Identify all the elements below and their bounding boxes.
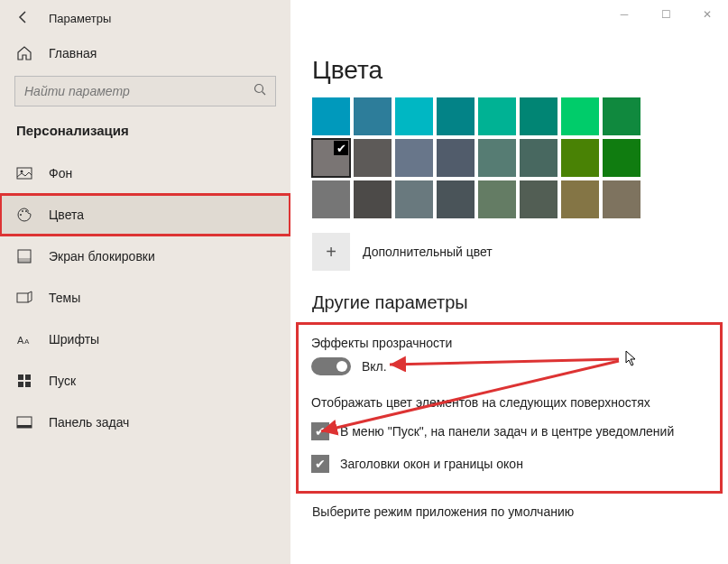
custom-color-label: Дополнительный цвет bbox=[363, 245, 493, 259]
close-button[interactable]: ✕ bbox=[687, 0, 728, 29]
svg-point-6 bbox=[25, 210, 27, 212]
color-swatch[interactable] bbox=[354, 139, 392, 177]
color-swatch[interactable] bbox=[561, 180, 599, 218]
svg-rect-17 bbox=[17, 425, 32, 428]
svg-rect-9 bbox=[17, 293, 28, 302]
search-icon bbox=[253, 83, 266, 99]
svg-rect-8 bbox=[18, 258, 31, 263]
svg-point-4 bbox=[20, 214, 22, 216]
svg-text:A: A bbox=[24, 337, 30, 346]
color-swatch[interactable] bbox=[478, 139, 516, 177]
home-icon bbox=[16, 45, 32, 61]
color-swatch[interactable] bbox=[312, 97, 350, 135]
color-swatch[interactable] bbox=[395, 139, 433, 177]
nav-home[interactable]: Главная bbox=[0, 36, 290, 70]
accent-surfaces-label: Отображать цвет элементов на следующих п… bbox=[311, 392, 720, 415]
color-swatch[interactable] bbox=[603, 139, 640, 177]
checkbox-start-taskbar-label: В меню "Пуск", на панели задач и в центр… bbox=[340, 424, 674, 439]
color-swatch[interactable] bbox=[437, 97, 475, 135]
sidebar-item-label: Фон bbox=[49, 166, 72, 180]
transparency-label: Эффекты прозрачности bbox=[311, 332, 720, 356]
sidebar-item-label: Экран блокировки bbox=[49, 249, 155, 264]
sidebar-item-taskbar[interactable]: Панель задач bbox=[0, 402, 290, 443]
start-icon bbox=[16, 373, 32, 389]
color-swatch[interactable] bbox=[603, 97, 640, 135]
nav-home-label: Главная bbox=[49, 46, 97, 60]
sidebar-item-label: Цвета bbox=[49, 208, 84, 222]
color-swatch[interactable] bbox=[561, 139, 599, 177]
palette-icon bbox=[16, 207, 32, 223]
search-box[interactable] bbox=[14, 76, 276, 106]
color-grid bbox=[290, 97, 728, 218]
checkbox-titlebars-label: Заголовки окон и границы окон bbox=[340, 457, 523, 471]
add-custom-color-button[interactable]: + bbox=[312, 233, 350, 271]
svg-rect-15 bbox=[25, 382, 31, 387]
svg-rect-14 bbox=[18, 382, 23, 387]
svg-rect-12 bbox=[18, 374, 23, 380]
sidebar-item-label: Пуск bbox=[49, 374, 76, 388]
checkbox-titlebars[interactable]: ✔ bbox=[311, 455, 329, 473]
color-swatch[interactable] bbox=[520, 97, 558, 135]
svg-line-1 bbox=[263, 92, 266, 96]
color-swatch[interactable] bbox=[437, 180, 475, 218]
color-swatch[interactable] bbox=[478, 180, 516, 218]
sidebar-item-lockscreen[interactable]: Экран блокировки bbox=[0, 236, 290, 277]
toggle-state-label: Вкл. bbox=[362, 359, 387, 374]
window-title: Параметры bbox=[49, 12, 111, 25]
sidebar-item-label: Панель задач bbox=[49, 415, 129, 430]
back-icon[interactable] bbox=[16, 10, 31, 27]
svg-point-0 bbox=[255, 85, 263, 93]
lockscreen-icon bbox=[16, 248, 32, 264]
section-header: Персонализация bbox=[0, 119, 290, 153]
svg-point-3 bbox=[21, 171, 23, 173]
color-swatch[interactable] bbox=[520, 139, 558, 177]
color-swatch[interactable] bbox=[354, 97, 392, 135]
sidebar-item-fonts[interactable]: AA Шрифты bbox=[0, 319, 290, 360]
color-swatch[interactable] bbox=[561, 97, 599, 135]
color-swatch[interactable] bbox=[312, 180, 350, 218]
svg-point-5 bbox=[22, 210, 23, 212]
color-swatch[interactable] bbox=[312, 139, 350, 177]
sidebar-item-background[interactable]: Фон bbox=[0, 153, 290, 194]
color-swatch[interactable] bbox=[603, 180, 640, 218]
sidebar-item-start[interactable]: Пуск bbox=[0, 360, 290, 402]
picture-icon bbox=[16, 165, 32, 181]
app-mode-label: Выберите режим приложения по умолчанию bbox=[290, 494, 728, 519]
maximize-button[interactable]: ☐ bbox=[645, 0, 687, 29]
fonts-icon: AA bbox=[16, 331, 32, 347]
color-swatch[interactable] bbox=[478, 97, 516, 135]
svg-rect-13 bbox=[25, 374, 31, 380]
sidebar-item-label: Темы bbox=[49, 291, 80, 305]
other-options-header: Другие параметры bbox=[290, 280, 728, 322]
sidebar-item-label: Шрифты bbox=[49, 332, 99, 347]
sidebar-item-colors[interactable]: Цвета bbox=[0, 194, 290, 236]
search-input[interactable] bbox=[24, 84, 253, 98]
taskbar-icon bbox=[16, 414, 32, 430]
checkbox-start-taskbar[interactable]: ✔ bbox=[311, 422, 329, 440]
themes-icon bbox=[16, 290, 32, 306]
annotated-options-box: Эффекты прозрачности Вкл. Отображать цве… bbox=[296, 322, 723, 494]
color-swatch[interactable] bbox=[395, 97, 433, 135]
color-swatch[interactable] bbox=[437, 139, 475, 177]
transparency-toggle[interactable] bbox=[311, 357, 351, 375]
sidebar-item-themes[interactable]: Темы bbox=[0, 277, 290, 319]
color-swatch[interactable] bbox=[354, 180, 392, 218]
color-swatch[interactable] bbox=[520, 180, 558, 218]
color-swatch[interactable] bbox=[395, 180, 433, 218]
svg-text:A: A bbox=[17, 335, 24, 346]
cursor-icon bbox=[625, 350, 638, 370]
minimize-button[interactable]: ─ bbox=[604, 0, 645, 29]
